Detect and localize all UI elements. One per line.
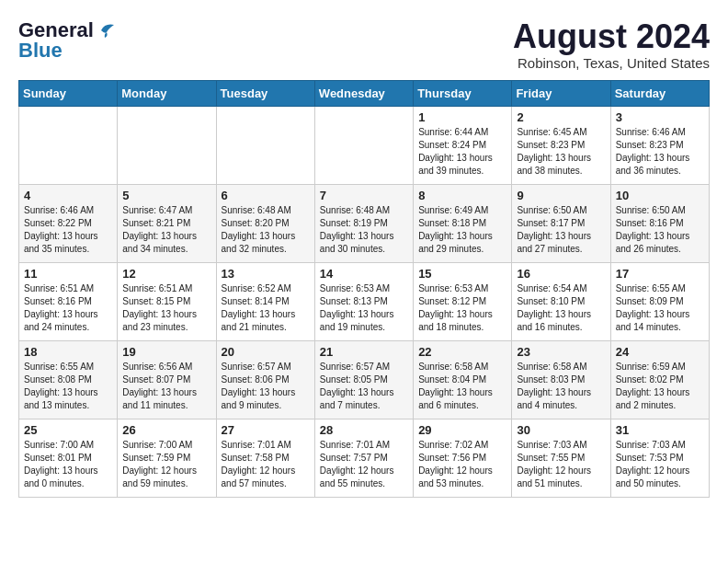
day-number: 2 [517,110,605,124]
calendar-cell: 7Sunrise: 6:48 AM Sunset: 8:19 PM Daylig… [314,184,413,262]
weekday-header-thursday: Thursday [414,80,512,106]
title-area: August 2024 Robinson, Texas, United Stat… [513,18,710,71]
day-number: 31 [616,423,704,437]
day-number: 15 [418,267,506,281]
day-number: 5 [122,189,210,202]
day-number: 4 [24,189,112,202]
calendar-cell: 18Sunrise: 6:55 AM Sunset: 8:08 PM Dayli… [19,340,118,419]
day-info: Sunrise: 6:50 AM Sunset: 8:16 PM Dayligh… [616,204,704,256]
calendar-cell: 13Sunrise: 6:52 AM Sunset: 8:14 PM Dayli… [216,262,314,340]
day-info: Sunrise: 7:03 AM Sunset: 7:55 PM Dayligh… [517,439,605,490]
location: Robinson, Texas, United States [513,55,710,71]
day-info: Sunrise: 6:49 AM Sunset: 8:18 PM Dayligh… [418,204,506,256]
day-number: 27 [222,423,310,437]
calendar-cell: 31Sunrise: 7:03 AM Sunset: 7:53 PM Dayli… [610,419,709,497]
day-info: Sunrise: 6:53 AM Sunset: 8:12 PM Dayligh… [418,282,506,334]
day-number: 18 [24,345,112,359]
day-info: Sunrise: 6:59 AM Sunset: 8:02 PM Dayligh… [616,361,704,412]
day-number: 25 [24,423,112,437]
day-info: Sunrise: 6:48 AM Sunset: 8:20 PM Dayligh… [222,204,310,256]
day-info: Sunrise: 7:00 AM Sunset: 8:01 PM Dayligh… [24,439,112,490]
calendar-cell: 2Sunrise: 6:45 AM Sunset: 8:23 PM Daylig… [512,106,610,184]
calendar-cell: 24Sunrise: 6:59 AM Sunset: 8:02 PM Dayli… [610,340,709,419]
day-info: Sunrise: 6:53 AM Sunset: 8:13 PM Dayligh… [320,282,408,334]
calendar-cell: 14Sunrise: 6:53 AM Sunset: 8:13 PM Dayli… [314,262,413,340]
calendar-cell: 1Sunrise: 6:44 AM Sunset: 8:24 PM Daylig… [414,106,512,184]
calendar-cell: 22Sunrise: 6:58 AM Sunset: 8:04 PM Dayli… [414,340,512,419]
calendar-week-4: 18Sunrise: 6:55 AM Sunset: 8:08 PM Dayli… [19,340,710,419]
day-info: Sunrise: 6:58 AM Sunset: 8:04 PM Dayligh… [418,361,506,412]
day-number: 21 [320,345,408,359]
day-number: 16 [517,267,605,281]
day-info: Sunrise: 6:51 AM Sunset: 8:16 PM Dayligh… [24,282,112,334]
day-info: Sunrise: 6:55 AM Sunset: 8:08 PM Dayligh… [24,361,112,412]
day-info: Sunrise: 7:00 AM Sunset: 7:59 PM Dayligh… [122,439,210,490]
calendar-week-2: 4Sunrise: 6:46 AM Sunset: 8:22 PM Daylig… [19,184,710,262]
day-info: Sunrise: 6:55 AM Sunset: 8:09 PM Dayligh… [616,282,704,334]
calendar-cell: 8Sunrise: 6:49 AM Sunset: 8:18 PM Daylig… [414,184,512,262]
day-number: 28 [320,423,408,437]
day-info: Sunrise: 7:01 AM Sunset: 7:57 PM Dayligh… [320,439,408,490]
day-number: 19 [122,345,210,359]
day-info: Sunrise: 6:45 AM Sunset: 8:23 PM Dayligh… [517,126,605,178]
weekday-header-saturday: Saturday [610,80,709,106]
page-header: General Blue August 2024 Robinson, Texas… [18,18,710,71]
day-number: 30 [517,423,605,437]
logo-bird-icon [96,21,116,40]
day-info: Sunrise: 7:03 AM Sunset: 7:53 PM Dayligh… [616,439,704,490]
day-number: 6 [222,189,310,202]
day-info: Sunrise: 7:01 AM Sunset: 7:58 PM Dayligh… [222,439,310,490]
weekday-header-tuesday: Tuesday [216,80,314,106]
calendar-cell: 6Sunrise: 6:48 AM Sunset: 8:20 PM Daylig… [216,184,314,262]
day-info: Sunrise: 6:51 AM Sunset: 8:15 PM Dayligh… [122,282,210,334]
day-number: 9 [517,189,605,202]
day-info: Sunrise: 6:44 AM Sunset: 8:24 PM Dayligh… [418,126,506,178]
calendar-week-3: 11Sunrise: 6:51 AM Sunset: 8:16 PM Dayli… [19,262,710,340]
calendar-cell: 25Sunrise: 7:00 AM Sunset: 8:01 PM Dayli… [19,419,118,497]
calendar-cell: 20Sunrise: 6:57 AM Sunset: 8:06 PM Dayli… [216,340,314,419]
day-number: 12 [122,267,210,281]
calendar-cell: 12Sunrise: 6:51 AM Sunset: 8:15 PM Dayli… [118,262,216,340]
calendar-cell: 15Sunrise: 6:53 AM Sunset: 8:12 PM Dayli… [414,262,512,340]
day-number: 11 [24,267,112,281]
calendar-cell: 5Sunrise: 6:47 AM Sunset: 8:21 PM Daylig… [118,184,216,262]
calendar-cell: 28Sunrise: 7:01 AM Sunset: 7:57 PM Dayli… [314,419,413,497]
day-info: Sunrise: 6:48 AM Sunset: 8:19 PM Dayligh… [320,204,408,256]
calendar-cell: 10Sunrise: 6:50 AM Sunset: 8:16 PM Dayli… [610,184,709,262]
day-number: 7 [320,189,408,202]
day-info: Sunrise: 6:57 AM Sunset: 8:05 PM Dayligh… [320,361,408,412]
weekday-header-row: SundayMondayTuesdayWednesdayThursdayFrid… [19,80,710,106]
day-info: Sunrise: 6:58 AM Sunset: 8:03 PM Dayligh… [517,361,605,412]
day-number: 26 [122,423,210,437]
calendar-cell [118,106,216,184]
day-info: Sunrise: 6:52 AM Sunset: 8:14 PM Dayligh… [222,282,310,334]
calendar-cell: 21Sunrise: 6:57 AM Sunset: 8:05 PM Dayli… [314,340,413,419]
day-info: Sunrise: 6:46 AM Sunset: 8:22 PM Dayligh… [24,204,112,256]
calendar-cell [216,106,314,184]
day-number: 23 [517,345,605,359]
calendar-cell: 23Sunrise: 6:58 AM Sunset: 8:03 PM Dayli… [512,340,610,419]
day-info: Sunrise: 6:47 AM Sunset: 8:21 PM Dayligh… [122,204,210,256]
calendar-cell: 9Sunrise: 6:50 AM Sunset: 8:17 PM Daylig… [512,184,610,262]
day-number: 8 [418,189,506,202]
weekday-header-sunday: Sunday [19,80,118,106]
day-number: 24 [616,345,704,359]
logo: General Blue [18,18,116,63]
day-number: 3 [616,110,704,124]
calendar-cell: 26Sunrise: 7:00 AM Sunset: 7:59 PM Dayli… [118,419,216,497]
day-number: 22 [418,345,506,359]
day-info: Sunrise: 6:54 AM Sunset: 8:10 PM Dayligh… [517,282,605,334]
day-number: 20 [222,345,310,359]
calendar-cell [314,106,413,184]
calendar-cell [19,106,118,184]
calendar-week-1: 1Sunrise: 6:44 AM Sunset: 8:24 PM Daylig… [19,106,710,184]
day-number: 29 [418,423,506,437]
calendar-cell: 16Sunrise: 6:54 AM Sunset: 8:10 PM Dayli… [512,262,610,340]
calendar-cell: 19Sunrise: 6:56 AM Sunset: 8:07 PM Dayli… [118,340,216,419]
day-info: Sunrise: 6:57 AM Sunset: 8:06 PM Dayligh… [222,361,310,412]
day-number: 17 [616,267,704,281]
day-info: Sunrise: 6:50 AM Sunset: 8:17 PM Dayligh… [517,204,605,256]
day-info: Sunrise: 7:02 AM Sunset: 7:56 PM Dayligh… [418,439,506,490]
day-number: 1 [418,110,506,124]
calendar-cell: 29Sunrise: 7:02 AM Sunset: 7:56 PM Dayli… [414,419,512,497]
